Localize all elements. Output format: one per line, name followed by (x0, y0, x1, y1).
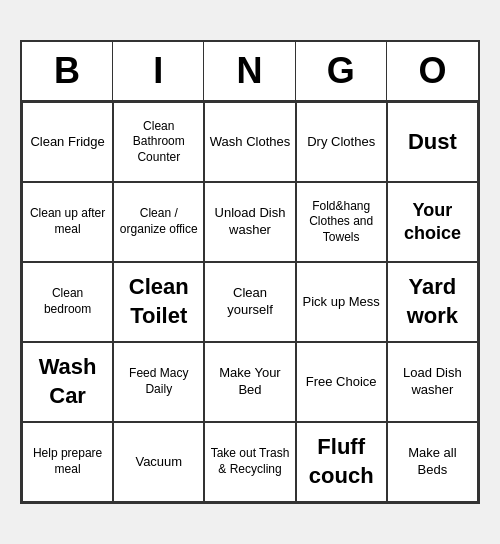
bingo-cell-13: Pick up Mess (296, 262, 387, 342)
bingo-cell-15: Wash Car (22, 342, 113, 422)
bingo-card: BINGO Clean FridgeClean Bathroom Counter… (20, 40, 480, 504)
bingo-letter: O (387, 42, 478, 100)
bingo-letter: N (204, 42, 295, 100)
bingo-cell-6: Clean / organize office (113, 182, 204, 262)
bingo-header: BINGO (22, 42, 478, 102)
bingo-grid: Clean FridgeClean Bathroom CounterWash C… (22, 102, 478, 502)
bingo-cell-0: Clean Fridge (22, 102, 113, 182)
bingo-letter: G (296, 42, 387, 100)
bingo-cell-10: Clean bedroom (22, 262, 113, 342)
bingo-letter: I (113, 42, 204, 100)
bingo-cell-19: Load Dish washer (387, 342, 478, 422)
bingo-cell-16: Feed Macy Daily (113, 342, 204, 422)
bingo-cell-4: Dust (387, 102, 478, 182)
bingo-cell-3: Dry Clothes (296, 102, 387, 182)
bingo-cell-2: Wash Clothes (204, 102, 295, 182)
bingo-cell-12: Clean yourself (204, 262, 295, 342)
bingo-cell-1: Clean Bathroom Counter (113, 102, 204, 182)
bingo-cell-22: Take out Trash & Recycling (204, 422, 295, 502)
bingo-cell-18: Free Choice (296, 342, 387, 422)
bingo-letter: B (22, 42, 113, 100)
bingo-cell-17: Make Your Bed (204, 342, 295, 422)
bingo-cell-20: Help prepare meal (22, 422, 113, 502)
bingo-cell-5: Clean up after meal (22, 182, 113, 262)
bingo-cell-14: Yard work (387, 262, 478, 342)
bingo-cell-9: Your choice (387, 182, 478, 262)
bingo-cell-8: Fold&hang Clothes and Towels (296, 182, 387, 262)
bingo-cell-21: Vacuum (113, 422, 204, 502)
bingo-cell-24: Make all Beds (387, 422, 478, 502)
bingo-cell-7: Unload Dish washer (204, 182, 295, 262)
bingo-cell-11: Clean Toilet (113, 262, 204, 342)
bingo-cell-23: Fluff couch (296, 422, 387, 502)
